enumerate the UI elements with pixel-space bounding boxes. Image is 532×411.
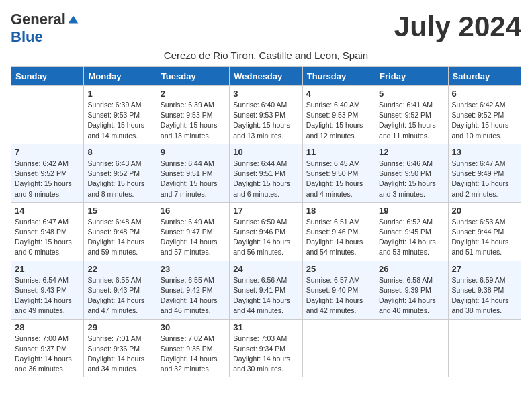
calendar-cell: 8Sunrise: 6:43 AMSunset: 9:52 PMDaylight… [84,144,157,202]
day-number: 5 [379,89,444,99]
month-title: July 2024 [394,11,521,43]
calendar-cell: 22Sunrise: 6:55 AMSunset: 9:43 PMDayligh… [84,261,157,319]
day-info: Sunrise: 6:57 AMSunset: 9:40 PMDaylight:… [306,275,371,316]
calendar-cell: 11Sunrise: 6:45 AMSunset: 9:50 PMDayligh… [302,144,375,202]
svg-marker-0 [69,16,78,24]
calendar-cell: 7Sunrise: 6:42 AMSunset: 9:52 PMDaylight… [11,144,84,202]
day-number: 6 [452,89,517,99]
calendar-cell: 24Sunrise: 6:56 AMSunset: 9:41 PMDayligh… [230,261,302,319]
day-number: 7 [15,147,80,157]
day-info: Sunrise: 6:40 AMSunset: 9:53 PMDaylight:… [306,100,371,141]
calendar-cell [302,319,375,377]
day-info: Sunrise: 6:52 AMSunset: 9:45 PMDaylight:… [379,217,444,258]
calendar-cell: 14Sunrise: 6:47 AMSunset: 9:48 PMDayligh… [11,202,84,261]
logo-blue: Blue [11,28,43,46]
day-number: 3 [233,89,298,99]
calendar-cell: 21Sunrise: 6:54 AMSunset: 9:43 PMDayligh… [11,261,84,319]
calendar-cell: 5Sunrise: 6:41 AMSunset: 9:52 PMDaylight… [375,86,448,144]
day-number: 17 [233,205,298,216]
calendar-cell: 10Sunrise: 6:44 AMSunset: 9:51 PMDayligh… [230,144,302,202]
calendar-table: SundayMondayTuesdayWednesdayThursdayFrid… [11,66,521,377]
day-number: 4 [306,89,371,99]
day-info: Sunrise: 7:03 AMSunset: 9:34 PMDaylight:… [233,334,298,375]
day-number: 31 [233,322,298,332]
day-info: Sunrise: 6:56 AMSunset: 9:41 PMDaylight:… [233,275,298,316]
calendar-cell: 25Sunrise: 6:57 AMSunset: 9:40 PMDayligh… [302,261,375,319]
day-info: Sunrise: 6:48 AMSunset: 9:48 PMDaylight:… [87,217,152,258]
day-info: Sunrise: 7:02 AMSunset: 9:35 PMDaylight:… [161,334,226,375]
day-info: Sunrise: 6:47 AMSunset: 9:49 PMDaylight:… [452,158,517,199]
day-number: 10 [233,147,298,157]
calendar-week-row: 14Sunrise: 6:47 AMSunset: 9:48 PMDayligh… [11,202,521,261]
day-info: Sunrise: 6:59 AMSunset: 9:38 PMDaylight:… [452,275,517,316]
calendar-cell: 30Sunrise: 7:02 AMSunset: 9:35 PMDayligh… [157,319,229,377]
logo-icon [67,13,79,26]
day-info: Sunrise: 6:53 AMSunset: 9:44 PMDaylight:… [452,217,517,258]
day-number: 15 [87,205,152,216]
day-number: 2 [161,89,226,99]
logo: General Blue [11,11,79,46]
calendar-cell [375,319,448,377]
day-info: Sunrise: 6:55 AMSunset: 9:42 PMDaylight:… [161,275,226,316]
calendar-cell: 6Sunrise: 6:42 AMSunset: 9:52 PMDaylight… [448,86,521,144]
day-info: Sunrise: 6:46 AMSunset: 9:50 PMDaylight:… [379,158,444,199]
day-number: 29 [87,322,152,332]
day-info: Sunrise: 6:58 AMSunset: 9:39 PMDaylight:… [379,275,444,316]
calendar-cell: 17Sunrise: 6:50 AMSunset: 9:46 PMDayligh… [230,202,302,261]
day-header-sunday: Sunday [11,67,84,86]
calendar-cell: 3Sunrise: 6:40 AMSunset: 9:53 PMDaylight… [230,86,302,144]
day-number: 25 [306,264,371,274]
calendar-week-row: 28Sunrise: 7:00 AMSunset: 9:37 PMDayligh… [11,319,521,377]
day-info: Sunrise: 6:41 AMSunset: 9:52 PMDaylight:… [379,100,444,141]
calendar-cell: 31Sunrise: 7:03 AMSunset: 9:34 PMDayligh… [230,319,302,377]
day-info: Sunrise: 6:49 AMSunset: 9:47 PMDaylight:… [161,217,226,258]
day-number: 26 [379,264,444,274]
day-number: 21 [15,264,80,274]
calendar-cell: 15Sunrise: 6:48 AMSunset: 9:48 PMDayligh… [84,202,157,261]
day-info: Sunrise: 6:54 AMSunset: 9:43 PMDaylight:… [15,275,80,316]
day-info: Sunrise: 6:39 AMSunset: 9:53 PMDaylight:… [161,100,226,141]
day-number: 20 [452,205,517,216]
day-info: Sunrise: 6:40 AMSunset: 9:53 PMDaylight:… [233,100,298,141]
day-number: 13 [452,147,517,157]
day-number: 18 [306,205,371,216]
calendar-week-row: 7Sunrise: 6:42 AMSunset: 9:52 PMDaylight… [11,144,521,202]
calendar-cell: 12Sunrise: 6:46 AMSunset: 9:50 PMDayligh… [375,144,448,202]
day-number: 30 [161,322,226,332]
day-number: 16 [161,205,226,216]
calendar-cell: 9Sunrise: 6:44 AMSunset: 9:51 PMDaylight… [157,144,229,202]
calendar-cell: 2Sunrise: 6:39 AMSunset: 9:53 PMDaylight… [157,86,229,144]
day-number: 11 [306,147,371,157]
day-number: 24 [233,264,298,274]
day-header-tuesday: Tuesday [157,67,229,86]
day-header-friday: Friday [375,67,448,86]
day-number: 9 [161,147,226,157]
calendar-cell: 23Sunrise: 6:55 AMSunset: 9:42 PMDayligh… [157,261,229,319]
day-header-saturday: Saturday [448,67,521,86]
calendar-subtitle: Cerezo de Rio Tiron, Castille and Leon, … [11,50,521,61]
calendar-cell: 13Sunrise: 6:47 AMSunset: 9:49 PMDayligh… [448,144,521,202]
day-info: Sunrise: 6:50 AMSunset: 9:46 PMDaylight:… [233,217,298,258]
day-number: 19 [379,205,444,216]
calendar-header-row: SundayMondayTuesdayWednesdayThursdayFrid… [11,67,521,86]
day-number: 14 [15,205,80,216]
calendar-cell [448,319,521,377]
day-header-wednesday: Wednesday [230,67,302,86]
calendar-cell [11,86,84,144]
day-info: Sunrise: 7:01 AMSunset: 9:36 PMDaylight:… [87,334,152,375]
calendar-cell: 28Sunrise: 7:00 AMSunset: 9:37 PMDayligh… [11,319,84,377]
day-number: 28 [15,322,80,332]
day-info: Sunrise: 6:44 AMSunset: 9:51 PMDaylight:… [233,158,298,199]
day-info: Sunrise: 6:47 AMSunset: 9:48 PMDaylight:… [15,217,80,258]
day-info: Sunrise: 7:00 AMSunset: 9:37 PMDaylight:… [15,334,80,375]
day-number: 23 [161,264,226,274]
day-number: 22 [87,264,152,274]
calendar-cell: 29Sunrise: 7:01 AMSunset: 9:36 PMDayligh… [84,319,157,377]
day-number: 1 [87,89,152,99]
day-info: Sunrise: 6:45 AMSunset: 9:50 PMDaylight:… [306,158,371,199]
calendar-cell: 18Sunrise: 6:51 AMSunset: 9:46 PMDayligh… [302,202,375,261]
day-info: Sunrise: 6:44 AMSunset: 9:51 PMDaylight:… [161,158,226,199]
day-header-monday: Monday [84,67,157,86]
day-info: Sunrise: 6:42 AMSunset: 9:52 PMDaylight:… [15,158,80,199]
calendar-week-row: 21Sunrise: 6:54 AMSunset: 9:43 PMDayligh… [11,261,521,319]
